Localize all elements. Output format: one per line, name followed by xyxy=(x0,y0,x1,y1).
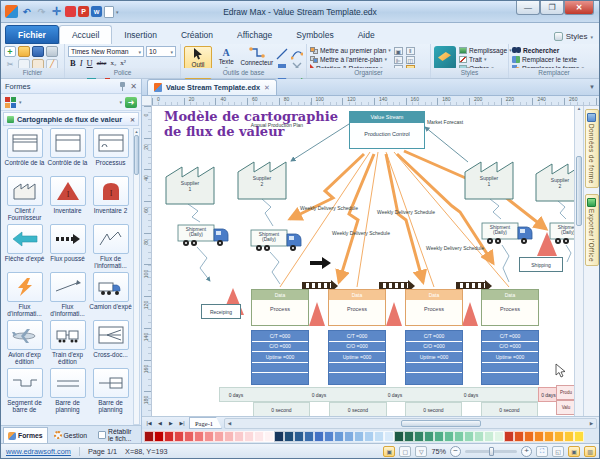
palette-swatch[interactable] xyxy=(364,431,374,442)
palette-swatch[interactable] xyxy=(314,431,324,442)
close-icon[interactable]: ✕ xyxy=(130,82,137,91)
palette-swatch[interactable] xyxy=(334,431,344,442)
palette-swatch[interactable] xyxy=(374,431,384,442)
maximize-button[interactable]: ❐ xyxy=(540,1,564,15)
palette-swatch[interactable] xyxy=(204,431,214,442)
palette-swatch[interactable] xyxy=(534,431,544,442)
palette-swatch[interactable] xyxy=(224,431,234,442)
prev-page-icon[interactable]: ◀ xyxy=(155,420,165,426)
supplier-label[interactable]: Supplier2 xyxy=(238,176,286,187)
shape-item[interactable]: Flux d'informati... xyxy=(3,272,46,317)
timeline-days[interactable]: 0 days xyxy=(378,387,412,402)
timeline-seconds[interactable]: 0 second xyxy=(253,402,310,416)
find-item[interactable]: Rechercher xyxy=(512,46,596,54)
palette-swatch[interactable] xyxy=(324,431,334,442)
chevron-down-icon[interactable]: ▼ xyxy=(589,84,595,90)
shape-item[interactable]: Flèche d'expé xyxy=(3,224,46,269)
scroll-left-icon[interactable]: ◀ xyxy=(225,421,234,426)
panel-toggle-icon[interactable]: ▥ xyxy=(584,446,596,457)
supplier-label[interactable]: Supplier1 xyxy=(465,176,513,187)
tab-aide[interactable]: Aide xyxy=(346,25,387,44)
process-box[interactable]: DataProcess xyxy=(251,289,309,326)
palette-swatch[interactable] xyxy=(174,431,184,442)
shape-item[interactable]: Client / Fournisseur xyxy=(3,176,46,221)
fill-item[interactable]: Remplissage▾ xyxy=(459,46,512,54)
palette-swatch[interactable] xyxy=(494,431,504,442)
timeline-seconds[interactable]: 0 second xyxy=(405,402,462,416)
truck-label[interactable]: Shipment(Daily) xyxy=(178,227,214,237)
styles-menu[interactable]: Styles ▾ xyxy=(554,32,593,41)
shape-item[interactable]: Avion d'exp édition xyxy=(3,320,46,365)
library-section-header[interactable]: Cartographie de flux de valeur ✕ xyxy=(3,112,139,126)
tab-formes[interactable]: Formes xyxy=(3,427,48,443)
timeline-days[interactable]: 0 days xyxy=(302,387,336,402)
chevron-down-icon[interactable]: ▾ xyxy=(119,99,122,105)
shipping-box[interactable]: Shipping xyxy=(519,257,563,272)
last-page-icon[interactable]: ▶| xyxy=(177,420,187,426)
pin-icon[interactable] xyxy=(119,82,126,91)
curve-tool-icon[interactable] xyxy=(291,48,303,60)
tab-creation[interactable]: Création xyxy=(169,25,225,44)
palette-swatch[interactable] xyxy=(444,431,454,442)
word-export-icon[interactable]: W xyxy=(91,6,102,17)
save-icon[interactable] xyxy=(32,46,44,57)
palette-swatch[interactable] xyxy=(184,431,194,442)
process-box[interactable]: DataProcess xyxy=(328,289,386,326)
open-icon[interactable] xyxy=(18,46,30,57)
line-item[interactable]: Trait▾ xyxy=(459,55,512,63)
push-arrow[interactable] xyxy=(302,282,332,289)
undo-icon[interactable]: ↶ xyxy=(20,5,33,18)
process-box[interactable]: DataProcess xyxy=(481,289,539,326)
redo-icon[interactable]: ↷ xyxy=(35,5,48,18)
palette-swatch[interactable] xyxy=(144,431,154,442)
page-view-icon[interactable]: ▢ xyxy=(399,446,411,457)
shape-item[interactable]: Flux de l'informati... xyxy=(89,224,132,269)
palette-swatch[interactable] xyxy=(514,431,524,442)
palette-swatch[interactable] xyxy=(284,431,294,442)
pan-zoom-icon[interactable]: ◱ xyxy=(552,446,564,457)
palette-swatch[interactable] xyxy=(384,431,394,442)
zoom-slider[interactable] xyxy=(465,450,517,453)
value-added-box[interactable]: Valu xyxy=(556,400,574,415)
lead-time-box[interactable]: Produ xyxy=(556,385,574,400)
first-page-icon[interactable]: |◀ xyxy=(144,420,154,426)
palette-swatch[interactable] xyxy=(544,431,554,442)
process-data-table[interactable]: C/T =000C/O =000Uptime =000 xyxy=(481,330,539,385)
palette-swatch[interactable] xyxy=(164,431,174,442)
shape-item[interactable]: Processus xyxy=(89,128,132,173)
shape-item[interactable]: Flux d'informati... xyxy=(46,272,89,317)
snapshot-icon[interactable] xyxy=(65,6,76,17)
library-color-icon[interactable] xyxy=(5,97,16,108)
tab-affichage[interactable]: Affichage xyxy=(225,25,284,44)
shape-item[interactable]: Train d'exp édition xyxy=(46,320,89,365)
tab-retablir[interactable]: Rétablir le fich... xyxy=(93,427,141,443)
close-icon[interactable]: ✕ xyxy=(264,84,270,92)
scrollbar-thumb[interactable] xyxy=(401,420,481,427)
truck-label[interactable]: Shipment(Daily) xyxy=(482,225,518,235)
shape-item[interactable]: Cross-doc... xyxy=(89,320,132,365)
scrollbar-thumb[interactable] xyxy=(576,156,582,226)
strikethrough-button[interactable]: abc xyxy=(97,59,107,68)
new-document-icon[interactable] xyxy=(104,6,114,18)
distribute-icon[interactable]: ◫ xyxy=(406,56,415,64)
palette-swatch[interactable] xyxy=(294,431,304,442)
move-tool-icon[interactable]: ✛ xyxy=(50,5,63,18)
palette-swatch[interactable] xyxy=(464,431,474,442)
next-page-icon[interactable]: ▶ xyxy=(166,420,176,426)
timeline-seconds[interactable]: 0 second xyxy=(329,402,387,416)
shape-item[interactable]: Flux poussé xyxy=(46,224,89,269)
vertical-scrollbar[interactable]: ▲ xyxy=(574,106,583,416)
process-data-table[interactable]: C/T =000C/O =000Uptime =000 xyxy=(328,330,386,385)
palette-swatch[interactable] xyxy=(154,431,164,442)
bold-button[interactable]: B xyxy=(70,59,76,68)
tab-fichier[interactable]: Fichier xyxy=(5,25,59,44)
truck-label[interactable]: Shipment(Daily) xyxy=(251,232,287,242)
group-shapes-icon[interactable]: ▣ xyxy=(394,47,403,55)
supplier-label[interactable]: Supplier1 xyxy=(166,181,214,192)
palette-swatch[interactable] xyxy=(244,431,254,442)
subscript-button[interactable]: x₂ xyxy=(110,59,116,68)
palette-swatch[interactable] xyxy=(274,431,284,442)
tab-gestion[interactable]: Gestion xyxy=(49,427,92,443)
scroll-right-icon[interactable]: ▶ xyxy=(587,421,596,426)
palette-swatch[interactable] xyxy=(504,431,514,442)
